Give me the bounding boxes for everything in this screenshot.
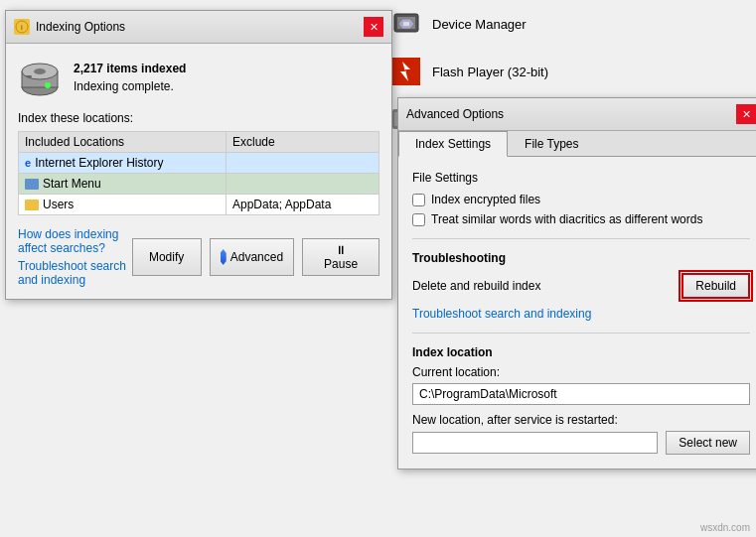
- location-name: Start Menu: [19, 174, 227, 195]
- rebuild-row: Delete and rebuild index Rebuild: [412, 273, 750, 299]
- svg-point-14: [45, 82, 51, 88]
- svg-rect-3: [403, 22, 409, 26]
- locations-label: Index these locations:: [18, 111, 379, 125]
- file-settings-label: File Settings: [412, 171, 750, 185]
- location-name: Users: [19, 195, 227, 215]
- select-new-button[interactable]: Select new: [666, 431, 750, 455]
- locations-table: Included Locations Exclude eInternet Exp…: [18, 131, 379, 215]
- location-name: eInternet Explorer History: [19, 153, 227, 174]
- advanced-titlebar: Advanced Options ✕: [398, 98, 756, 131]
- table-row: eInternet Explorer History: [19, 153, 379, 174]
- advanced-body: Index Settings File Types File Settings …: [398, 131, 756, 469]
- advanced-button[interactable]: Advanced: [210, 238, 294, 276]
- indexing-count: 2,217 items indexed: [74, 62, 186, 75]
- pause-icon: ⏸: [335, 243, 347, 257]
- new-location-input[interactable]: [412, 432, 658, 454]
- svg-rect-4: [392, 58, 420, 85]
- indexing-status: Indexing complete.: [74, 79, 186, 93]
- tab-index-settings[interactable]: Index Settings: [398, 131, 508, 157]
- indexing-title-text: Indexing Options: [36, 20, 125, 34]
- troubleshoot-section: Troubleshooting Delete and rebuild index…: [412, 251, 750, 321]
- table-row: Start Menu: [19, 174, 379, 195]
- tabs-bar: Index Settings File Types: [398, 131, 756, 157]
- svg-text:i: i: [21, 23, 23, 32]
- divider-2: [412, 333, 750, 334]
- encrypt-checkbox-row: Index encrypted files: [412, 193, 750, 206]
- svg-point-13: [34, 68, 46, 74]
- indexing-title-area: i Indexing Options: [14, 19, 125, 35]
- tab-content-index-settings: File Settings Index encrypted files Trea…: [398, 157, 756, 469]
- tab-file-types[interactable]: File Types: [508, 131, 595, 157]
- current-location-input[interactable]: [412, 383, 750, 405]
- troubleshoot-heading: Troubleshooting: [412, 251, 750, 265]
- indexing-drive-icon: [18, 56, 62, 99]
- encrypt-checkbox[interactable]: [412, 194, 425, 206]
- col-exclude: Exclude: [226, 132, 378, 153]
- device-manager-item[interactable]: Device Manager: [378, 0, 756, 48]
- advanced-close-button[interactable]: ✕: [736, 104, 756, 124]
- rebuild-label: Delete and rebuild index: [412, 279, 540, 293]
- location-exclude: [226, 153, 378, 174]
- current-location-label: Current location:: [412, 365, 750, 379]
- shield-icon: [221, 249, 227, 265]
- troubleshoot-link-main[interactable]: Troubleshoot search and indexing: [18, 259, 132, 287]
- flash-player-item[interactable]: Flash Player (32-bit): [378, 48, 756, 95]
- diacritics-checkbox[interactable]: [412, 213, 425, 226]
- location-exclude: AppData; AppData: [226, 195, 378, 215]
- flash-player-label: Flash Player (32-bit): [432, 65, 548, 79]
- indexing-window: i Indexing Options ✕ 2,217 items indexed: [5, 10, 392, 300]
- indexing-titlebar: i Indexing Options ✕: [6, 11, 391, 44]
- svg-rect-15: [26, 75, 32, 77]
- flash-player-icon: [390, 56, 422, 87]
- table-row: UsersAppData; AppData: [19, 195, 379, 215]
- encrypt-label: Index encrypted files: [431, 193, 540, 206]
- diacritics-label: Treat similar words with diacritics as d…: [431, 212, 702, 226]
- how-indexing-link[interactable]: How does indexing affect searches?: [18, 227, 132, 255]
- device-manager-icon: [390, 8, 422, 40]
- pause-button[interactable]: ⏸ Pause: [302, 238, 379, 276]
- troubleshoot-link-advanced[interactable]: Troubleshoot search and indexing: [412, 307, 750, 321]
- index-location-section: Index location Current location: New loc…: [412, 345, 750, 455]
- new-location-label: New location, after service is restarted…: [412, 413, 750, 427]
- indexing-footer: How does indexing affect searches? Troub…: [18, 227, 379, 287]
- footer-links: How does indexing affect searches? Troub…: [18, 227, 132, 287]
- device-manager-label: Device Manager: [432, 17, 527, 32]
- advanced-options-window: Advanced Options ✕ Index Settings File T…: [397, 97, 756, 470]
- indexing-header: 2,217 items indexed Indexing complete.: [18, 56, 379, 99]
- footer-buttons: Modify Advanced ⏸ Pause: [132, 238, 379, 276]
- advanced-title-text: Advanced Options: [406, 107, 504, 121]
- location-exclude: [226, 174, 378, 195]
- indexing-body: 2,217 items indexed Indexing complete. I…: [6, 44, 391, 299]
- indexing-info: 2,217 items indexed Indexing complete.: [74, 62, 186, 93]
- divider-1: [412, 238, 750, 239]
- indexing-close-button[interactable]: ✕: [364, 17, 383, 37]
- index-location-title: Index location: [412, 345, 750, 359]
- new-location-row: Select new: [412, 431, 750, 455]
- diacritics-checkbox-row: Treat similar words with diacritics as d…: [412, 212, 750, 226]
- modify-button[interactable]: Modify: [132, 238, 202, 276]
- indexing-title-icon: i: [14, 19, 30, 35]
- rebuild-button[interactable]: Rebuild: [681, 273, 750, 299]
- watermark: wsxdn.com: [700, 522, 750, 533]
- col-included: Included Locations: [19, 132, 227, 153]
